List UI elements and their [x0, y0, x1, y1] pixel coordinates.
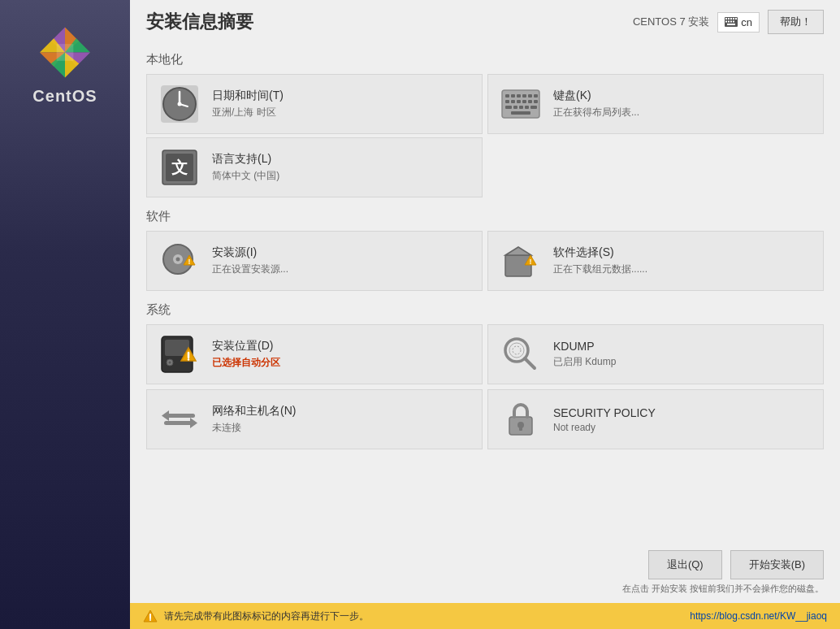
svg-rect-18	[733, 21, 734, 23]
svg-rect-39	[513, 106, 517, 109]
kdump-text: KDUMP 已启用 Kdump	[553, 340, 616, 369]
svg-rect-41	[525, 106, 529, 109]
footer-note: 在点击 开始安装 按钮前我们并不会操作您的磁盘。	[622, 583, 824, 595]
svg-rect-32	[505, 100, 509, 103]
svg-marker-68	[162, 410, 169, 421]
security-subtitle: Not ready	[553, 422, 656, 433]
language-selector[interactable]: cn	[717, 12, 760, 33]
software-select-card[interactable]: ! 软件选择(S) 正在下载组元数据......	[487, 231, 824, 291]
install-dest-icon	[158, 333, 201, 375]
svg-point-49	[176, 258, 180, 262]
help-button[interactable]: 帮助！	[768, 10, 824, 34]
language-text: 语言支持(L) 简体中文 (中国)	[212, 152, 279, 183]
svg-point-66	[513, 346, 521, 354]
install-dest-subtitle: 已选择自动分区	[212, 356, 280, 370]
svg-rect-17	[730, 21, 732, 23]
section-software-title: 软件	[146, 209, 824, 224]
security-card[interactable]: SECURITY POLICY Not ready	[487, 389, 824, 449]
software-select-subtitle: 正在下载组元数据......	[553, 262, 647, 276]
localization-grid: 日期和时间(T) 亚洲/上海 时区	[146, 74, 824, 134]
svg-line-65	[525, 358, 535, 368]
svg-rect-10	[725, 18, 727, 20]
network-title: 网络和主机名(N)	[212, 404, 296, 419]
svg-rect-12	[730, 18, 732, 20]
datetime-title: 日期和时间(T)	[212, 89, 284, 103]
keyboard-text: 键盘(K) 正在获得布局列表...	[553, 89, 639, 119]
keyboard-card[interactable]: 键盘(K) 正在获得布局列表...	[487, 74, 824, 134]
datetime-subtitle: 亚洲/上海 时区	[212, 106, 284, 119]
centos-label: CentOS	[32, 87, 97, 106]
language-icon: 文	[158, 146, 201, 189]
keyboard-card-icon	[500, 83, 542, 125]
svg-rect-43	[511, 111, 530, 115]
svg-marker-70	[190, 418, 197, 428]
svg-text:文: 文	[171, 158, 188, 176]
header-right: CENTOS 7 安装 cn 帮助！	[633, 10, 824, 34]
language-subtitle: 简体中文 (中国)	[212, 169, 279, 183]
warning-bar: 请先完成带有此图标标记的内容再进行下一步。 https://blog.csdn.…	[130, 603, 840, 629]
network-icon	[158, 398, 201, 440]
svg-rect-14	[735, 18, 737, 20]
svg-rect-27	[511, 94, 515, 98]
warning-left: 请先完成带有此图标标记的内容再进行下一步。	[143, 609, 369, 623]
svg-marker-53	[505, 247, 531, 255]
security-icon	[500, 398, 542, 440]
security-title: SECURITY POLICY	[553, 406, 656, 419]
svg-point-64	[509, 343, 524, 358]
svg-rect-37	[534, 100, 538, 103]
datetime-card[interactable]: 日期和时间(T) 亚洲/上海 时区	[146, 74, 483, 134]
sidebar: CentOS	[0, 0, 130, 629]
software-grid: ! 安装源(I) 正在设置安装源... !	[146, 231, 824, 291]
footer-area: 退出(Q) 开始安装(B) 在点击 开始安装 按钮前我们并不会操作您的磁盘。	[130, 542, 840, 603]
svg-rect-11	[728, 18, 730, 20]
section-localization-title: 本地化	[146, 52, 824, 67]
svg-rect-16	[728, 21, 730, 23]
software-select-title: 软件选择(S)	[553, 245, 647, 260]
language-card[interactable]: 文 语言支持(L) 简体中文 (中国)	[146, 137, 483, 197]
keyboard-icon	[725, 17, 738, 27]
warning-message: 请先完成带有此图标标记的内容再进行下一步。	[164, 609, 369, 623]
datetime-icon	[158, 83, 201, 125]
header: 安装信息摘要 CENTOS 7 安装 cn	[130, 0, 840, 41]
svg-point-59	[169, 362, 171, 364]
software-select-text: 软件选择(S) 正在下载组元数据......	[553, 245, 647, 276]
install-label: CENTOS 7 安装	[633, 15, 709, 29]
svg-rect-30	[528, 94, 532, 98]
svg-text:!: !	[188, 258, 191, 266]
centos-logo: CentOS	[24, 24, 106, 106]
system-grid: 安装位置(D) 已选择自动分区 KDUMP 已启用	[146, 324, 824, 449]
svg-rect-15	[725, 21, 727, 23]
svg-rect-26	[505, 94, 509, 98]
svg-rect-35	[522, 100, 526, 103]
start-install-button[interactable]: 开始安装(B)	[730, 550, 824, 579]
install-dest-card[interactable]: 安装位置(D) 已选择自动分区	[146, 324, 483, 384]
svg-rect-52	[505, 255, 531, 276]
lang-value: cn	[741, 16, 752, 28]
svg-rect-73	[519, 426, 522, 431]
warning-link[interactable]: https://blog.csdn.net/KW__jiaoq	[690, 610, 827, 622]
kdump-title: KDUMP	[553, 340, 616, 353]
svg-rect-8	[57, 44, 74, 61]
svg-point-76	[149, 619, 151, 621]
footer-buttons: 退出(Q) 开始安装(B)	[648, 550, 824, 579]
page-title: 安装信息摘要	[146, 10, 253, 34]
section-system-title: 系统	[146, 302, 824, 318]
svg-text:!: !	[530, 258, 532, 266]
quit-button[interactable]: 退出(Q)	[648, 550, 722, 579]
kdump-card[interactable]: KDUMP 已启用 Kdump	[487, 324, 824, 384]
svg-point-62	[188, 358, 189, 360]
kdump-subtitle: 已启用 Kdump	[553, 355, 616, 369]
content-area: 本地化 日期和时间(T) 亚洲/上海 时区	[130, 41, 840, 542]
install-source-title: 安装源(I)	[212, 245, 288, 260]
main-content: 安装信息摘要 CENTOS 7 安装 cn	[130, 0, 840, 629]
svg-rect-36	[528, 100, 532, 103]
install-source-card[interactable]: ! 安装源(I) 正在设置安装源...	[146, 231, 483, 291]
svg-rect-19	[727, 24, 735, 25]
network-card[interactable]: 网络和主机名(N) 未连接	[146, 389, 483, 449]
svg-rect-31	[534, 94, 538, 98]
warning-icon	[143, 609, 158, 622]
language-title: 语言支持(L)	[212, 152, 279, 167]
security-text: SECURITY POLICY Not ready	[553, 406, 656, 433]
install-dest-title: 安装位置(D)	[212, 339, 280, 354]
svg-rect-42	[530, 106, 537, 109]
